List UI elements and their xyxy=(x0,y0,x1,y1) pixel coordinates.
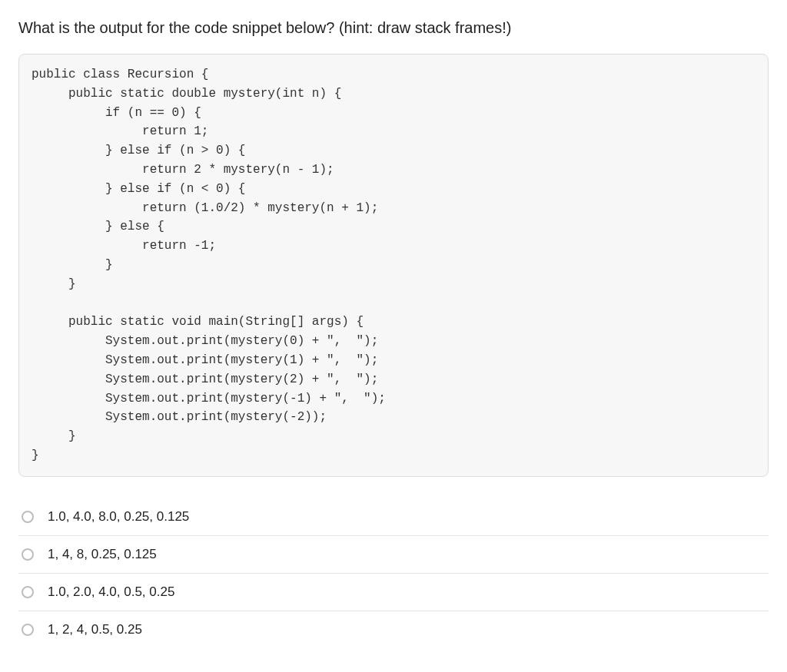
option-label: 1.0, 4.0, 8.0, 0.25, 0.125 xyxy=(48,509,189,525)
option-4[interactable]: 1, 2, 4, 0.5, 0.25 xyxy=(18,611,769,648)
radio-icon xyxy=(22,624,34,636)
option-label: 1.0, 2.0, 4.0, 0.5, 0.25 xyxy=(48,584,174,600)
answer-options: 1.0, 4.0, 8.0, 0.25, 0.125 1, 4, 8, 0.25… xyxy=(18,498,769,648)
option-3[interactable]: 1.0, 2.0, 4.0, 0.5, 0.25 xyxy=(18,574,769,611)
question-title: What is the output for the code snippet … xyxy=(18,17,769,38)
code-snippet: public class Recursion { public static d… xyxy=(18,54,769,477)
option-2[interactable]: 1, 4, 8, 0.25, 0.125 xyxy=(18,536,769,574)
option-label: 1, 2, 4, 0.5, 0.25 xyxy=(48,622,142,637)
option-label: 1, 4, 8, 0.25, 0.125 xyxy=(48,547,157,562)
radio-icon xyxy=(22,548,34,561)
radio-icon xyxy=(22,586,34,598)
option-1[interactable]: 1.0, 4.0, 8.0, 0.25, 0.125 xyxy=(18,498,769,536)
radio-icon xyxy=(22,511,34,523)
